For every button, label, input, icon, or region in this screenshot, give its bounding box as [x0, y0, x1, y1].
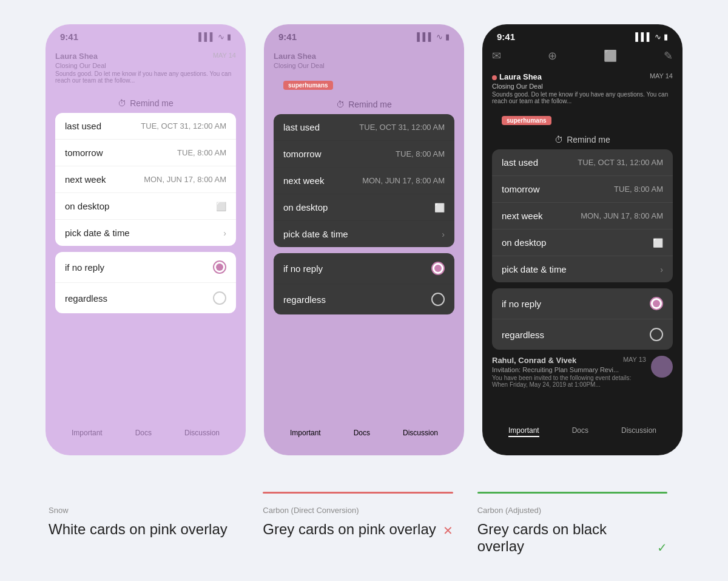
- radio-circle-regardless-snow[interactable]: [213, 291, 226, 305]
- email-item-bg-snow: Laura Shea MAY 14 Closing Our Deal Sound…: [55, 52, 236, 84]
- radio-circle-regardless-carbon[interactable]: [431, 293, 445, 306]
- dropdown-card-carbon: last used TUE, OCT 31, 12:00 AM tomorrow…: [274, 114, 454, 247]
- status-icons-snow: ▌▌▌ ∿ ▮: [198, 32, 231, 41]
- dropdown-label-tomorrow-dark: tomorrow: [502, 184, 540, 194]
- battery-icon: ▮: [227, 32, 231, 41]
- remind-label-snow: Remind me: [130, 98, 174, 108]
- divider-snow: [49, 492, 238, 494]
- dropdown-on-desktop-snow[interactable]: on desktop ⬜: [55, 193, 236, 220]
- dropdown-on-desktop-dark[interactable]: on desktop ⬜: [492, 229, 673, 256]
- dropdown-label-next-week-snow: next week: [65, 174, 106, 185]
- dropdown-pick-date-snow[interactable]: pick date & time ›: [55, 220, 236, 246]
- dropdown-value-last-used-dark: TUE, OCT 31, 12:00 AM: [578, 158, 663, 167]
- dropdown-tomorrow-carbon[interactable]: tomorrow TUE, 8:00 AM: [274, 141, 454, 168]
- status-bar-snow: 9:41 ▌▌▌ ∿ ▮: [46, 24, 246, 47]
- remind-bar-snow[interactable]: ⏱ Remind me: [46, 93, 246, 113]
- radio-if-no-reply-snow[interactable]: if no reply: [55, 252, 236, 283]
- dropdown-label-last-used-snow: last used: [65, 121, 101, 131]
- dropdown-on-desktop-carbon[interactable]: on desktop ⬜: [274, 194, 454, 221]
- email-item-bg-carbon: Laura Shea Closing Our Deal: [274, 52, 454, 69]
- radio-label-if-no-reply-snow: if no reply: [65, 262, 104, 273]
- remind-bar-dark[interactable]: ⏱ Remind me: [482, 130, 682, 149]
- radio-circle-if-no-reply-carbon[interactable]: [431, 262, 445, 275]
- radio-circle-regardless-dark[interactable]: [650, 328, 663, 341]
- badge-container-dark: superhumans: [482, 114, 682, 130]
- dropdown-label-next-week-dark: next week: [502, 211, 543, 221]
- dropdown-last-used-dark[interactable]: last used TUE, OCT 31, 12:00 AM: [492, 149, 673, 176]
- edit-icon-dark[interactable]: ✎: [664, 49, 673, 63]
- email-date-dark: MAY 14: [650, 72, 673, 80]
- monitor-icon-snow: ⬜: [216, 202, 226, 211]
- page: 9:41 ▌▌▌ ∿ ▮ Laura Shea MAY 14 Closing O…: [0, 0, 728, 579]
- dropdown-value-next-week-carbon: MON, JUN 17, 8:00 AM: [362, 176, 445, 185]
- second-email-date-dark: MAY 13: [623, 356, 646, 363]
- email-sender-snow: Laura Shea: [55, 52, 98, 61]
- tab-docs-snow[interactable]: Docs: [135, 429, 152, 437]
- clock-icon-snow: ⏱: [118, 98, 126, 108]
- second-email-preview-dark: You have been invited to the following e…: [492, 375, 646, 388]
- clock-icon-carbon: ⏱: [336, 100, 345, 109]
- dropdown-label-on-desktop-dark: on desktop: [502, 237, 546, 248]
- email-subject-carbon: Closing Our Deal: [274, 62, 454, 69]
- remind-bar-carbon[interactable]: ⏱ Remind me: [264, 95, 464, 114]
- tab-docs-dark[interactable]: Docs: [572, 426, 588, 437]
- radio-label-if-no-reply-dark: if no reply: [502, 299, 541, 309]
- dropdown-last-used-snow[interactable]: last used TUE, OCT 31, 12:00 AM: [55, 113, 236, 140]
- dropdown-pick-date-carbon[interactable]: pick date & time ›: [274, 221, 454, 247]
- tab-discussion-carbon[interactable]: Discussion: [403, 429, 438, 437]
- dropdown-value-tomorrow-dark: TUE, 8:00 AM: [614, 185, 663, 194]
- dropdown-label-on-desktop-snow: on desktop: [65, 201, 109, 211]
- signal-icon-carbon: ▌▌▌: [417, 32, 434, 41]
- compose-icon-dark[interactable]: ⊕: [548, 49, 557, 63]
- second-email-dark: Rahul, Conrad & Vivek MAY 13 Invitation:…: [482, 350, 682, 394]
- x-icon-carbon: ✕: [443, 523, 453, 538]
- divider-carbon: [263, 492, 453, 494]
- radio-if-no-reply-dark[interactable]: if no reply: [492, 288, 673, 319]
- dropdown-last-used-carbon[interactable]: last used TUE, OCT 31, 12:00 AM: [274, 114, 454, 141]
- dropdown-value-tomorrow-carbon: TUE, 8:00 AM: [396, 149, 445, 158]
- chevron-right-icon-carbon: ›: [442, 229, 445, 239]
- status-icons-dark: ▌▌▌ ∿ ▮: [635, 32, 668, 41]
- wifi-icon: ∿: [218, 32, 224, 41]
- status-bar-carbon: 9:41 ▌▌▌ ∿ ▮: [264, 24, 464, 47]
- mail-icon-dark[interactable]: ✉: [492, 49, 501, 63]
- status-bar-dark: 9:41 ▌▌▌ ∿ ▮: [482, 24, 682, 47]
- dropdown-next-week-dark[interactable]: next week MON, JUN 17, 8:00 AM: [492, 203, 673, 229]
- dropdown-value-last-used-snow: TUE, OCT 31, 12:00 AM: [141, 121, 226, 131]
- check-icon-dark: ✓: [657, 540, 667, 555]
- tab-discussion-snow[interactable]: Discussion: [184, 429, 220, 437]
- signal-icon-dark: ▌▌▌: [635, 32, 652, 41]
- radio-label-regardless-carbon: regardless: [283, 294, 326, 305]
- phone-dark: 9:41 ▌▌▌ ∿ ▮ ✉ ⊕ ⬜ ✎: [482, 24, 682, 455]
- email-bg-dark: Laura Shea MAY 14 Closing Our Deal Sound…: [482, 67, 682, 114]
- email-date-snow: MAY 14: [213, 52, 236, 59]
- remind-label-carbon: Remind me: [348, 100, 392, 109]
- radio-regardless-carbon[interactable]: regardless: [274, 284, 454, 314]
- tab-docs-carbon[interactable]: Docs: [354, 429, 370, 437]
- avatar-dark: [651, 356, 673, 378]
- email-sender-carbon: Laura Shea: [274, 52, 316, 61]
- tab-important-snow[interactable]: Important: [72, 429, 103, 437]
- radio-regardless-snow[interactable]: regardless: [55, 283, 236, 313]
- second-email-header-dark: Rahul, Conrad & Vivek MAY 13: [492, 356, 646, 366]
- radio-circle-if-no-reply-snow[interactable]: [213, 260, 226, 274]
- radio-if-no-reply-carbon[interactable]: if no reply: [274, 253, 454, 284]
- bottom-tabs-dark: Important Docs Discussion: [482, 420, 682, 443]
- dropdown-tomorrow-snow[interactable]: tomorrow TUE, 8:00 AM: [55, 140, 236, 166]
- tab-important-carbon[interactable]: Important: [290, 429, 321, 437]
- dropdown-tomorrow-dark[interactable]: tomorrow TUE, 8:00 AM: [492, 176, 673, 203]
- email-preview-snow: Sounds good. Do let me know if you have …: [55, 70, 236, 84]
- status-time-carbon: 9:41: [278, 32, 297, 42]
- tab-discussion-dark[interactable]: Discussion: [621, 426, 656, 437]
- status-time-dark: 9:41: [497, 32, 515, 42]
- dropdown-pick-date-dark[interactable]: pick date & time ›: [492, 256, 673, 282]
- dropdown-next-week-carbon[interactable]: next week MON, JUN 17, 8:00 AM: [274, 168, 454, 194]
- radio-circle-if-no-reply-dark[interactable]: [650, 297, 663, 310]
- radio-regardless-dark[interactable]: regardless: [492, 319, 673, 350]
- tab-important-dark[interactable]: Important: [508, 426, 539, 437]
- dropdown-label-tomorrow-carbon: tomorrow: [283, 149, 322, 159]
- dropdown-next-week-snow[interactable]: next week MON, JUN 17, 8:00 AM: [55, 166, 236, 193]
- email-preview-dark: Sounds good. Do let me know if you have …: [492, 91, 673, 104]
- monitor-icon-carbon: ⬜: [434, 203, 445, 212]
- folder-icon-dark[interactable]: ⬜: [604, 49, 617, 63]
